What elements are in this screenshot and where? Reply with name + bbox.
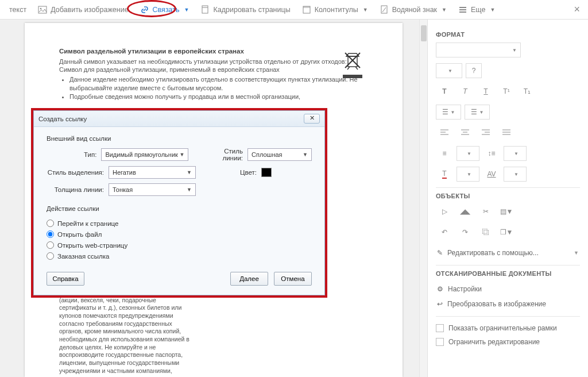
align-right-icon[interactable]	[477, 125, 494, 140]
align-center-icon[interactable]	[457, 125, 474, 140]
next-button[interactable]: Далее	[230, 272, 268, 286]
subscript-icon[interactable]: T₁	[519, 84, 536, 99]
svg-rect-7	[459, 7, 466, 8]
close-icon[interactable]: ×	[570, 3, 583, 16]
section-appearance: Внешний вид ссылки	[47, 135, 312, 142]
tool-crop[interactable]: Кадрировать страницы	[196, 3, 295, 17]
char-spacing-value[interactable]: ▼	[504, 167, 527, 182]
label-color: Цвет:	[215, 169, 257, 176]
crop-icon	[200, 5, 210, 14]
dialog-close-button[interactable]: ✕	[304, 114, 320, 124]
radio-open-web[interactable]: Открыть web-страницу	[47, 240, 312, 251]
label-type: Тип:	[47, 151, 96, 158]
text-color-combo[interactable]: ▼	[457, 167, 479, 182]
arrow-tool-icon[interactable]: ▷	[436, 204, 453, 219]
label-thickness: Толщина линии:	[47, 186, 104, 193]
combo-linestyle[interactable]: Сплошная▼	[247, 148, 312, 161]
tool-watermark[interactable]: Водяной знак▼	[375, 3, 451, 17]
font-size-combo[interactable]: ▼	[436, 63, 462, 78]
label-linestyle: Стиль линии:	[207, 148, 243, 161]
char-spacing-icon[interactable]: AV	[483, 167, 500, 182]
bullet-list-combo[interactable]: ☰▼	[436, 105, 461, 120]
svg-line-12	[355, 67, 358, 70]
italic-icon[interactable]: T	[457, 84, 474, 99]
format-heading: ФОРМАТ	[436, 31, 580, 38]
radio-custom[interactable]: Заказная ссылка	[47, 251, 312, 261]
doc-text: Данный символ указывает на необходимость…	[59, 57, 368, 66]
gear-icon: ⚙	[437, 285, 443, 293]
align-left-icon[interactable]	[436, 125, 453, 140]
rotate-left-icon[interactable]: ↶	[436, 225, 453, 240]
help-button[interactable]: Справка	[47, 272, 84, 286]
combo-thickness[interactable]: Тонкая▼	[109, 183, 196, 196]
doc-text: Символ для раздельной утилизации, примен…	[59, 66, 368, 74]
radio-group-action: Перейти к странице Открыть файл Открыть …	[47, 218, 312, 261]
paragraph-spacing-value[interactable]: ▼	[504, 146, 527, 161]
line-spacing-icon[interactable]: ≡	[436, 146, 453, 161]
flip-icon[interactable]: ◢◣	[457, 204, 474, 219]
dialog-title: Создать ссылку	[38, 116, 304, 122]
align-justify-icon[interactable]	[498, 125, 515, 140]
tool-headers[interactable]: Колонтитулы▼	[297, 3, 373, 17]
show-bounds-checkbox[interactable]: Показать ограничительные рамки	[436, 321, 580, 335]
superscript-icon[interactable]: T¹	[498, 84, 515, 99]
label-highlight: Стиль выделения:	[47, 169, 104, 176]
layers-icon[interactable]: ❐▼	[498, 225, 515, 240]
font-family-combo[interactable]: ▼	[436, 43, 521, 57]
paragraph-spacing-icon[interactable]: ↕≡	[483, 146, 500, 161]
tool-text[interactable]: текст	[5, 3, 31, 16]
tool-more[interactable]: Еще▼	[454, 3, 500, 17]
svg-line-11	[347, 67, 350, 70]
color-swatch[interactable]	[261, 168, 272, 177]
watermark-icon	[380, 5, 389, 14]
edit-with-item[interactable]: ✎ Редактировать с помощью... ▼	[436, 245, 580, 260]
crop-object-icon[interactable]: ✂	[477, 204, 494, 219]
chevron-down-icon: ▼	[363, 7, 368, 13]
weee-symbol	[343, 51, 368, 78]
svg-line-6	[382, 7, 386, 12]
restrict-edit-checkbox[interactable]: Ограничить редактирование	[436, 335, 580, 349]
svg-rect-8	[459, 9, 466, 10]
cancel-button[interactable]: Отмена	[274, 272, 312, 286]
right-sidebar: ФОРМАТ ▼ ▼ ? T T T T¹ T₁ ☰▼ ☰▼ ≡ ▼ ↕≡	[427, 20, 588, 377]
radio-goto-page[interactable]: Перейти к странице	[47, 218, 312, 229]
help-button-small[interactable]: ?	[466, 63, 482, 78]
convert-to-image-item[interactable]: ↩ Преобразовать в изображение	[436, 297, 580, 311]
doc-lower-text: (акции, векселя, чеки, подарочные сертиф…	[59, 297, 191, 377]
create-link-dialog: Создать ссылку ✕ Внешний вид ссылки Тип:…	[33, 110, 325, 295]
vertical-scrollbar[interactable]	[419, 20, 427, 377]
chevron-down-icon: ▼	[442, 7, 447, 13]
headers-icon	[302, 5, 311, 14]
line-spacing-value[interactable]: ▼	[457, 146, 479, 161]
doc-list: Данное изделие необходимо утилизировать …	[59, 75, 368, 101]
objects-heading: ОБЪЕКТЫ	[436, 193, 580, 199]
rotate-right-icon[interactable]: ↷	[457, 225, 474, 240]
radio-open-file[interactable]: Открыть файл	[47, 229, 312, 240]
scanned-heading: ОТСКАНИРОВАННЫЕ ДОКУМЕНТЫ	[436, 270, 580, 277]
tool-add-image[interactable]: Добавить изображение	[33, 3, 133, 17]
undo-icon: ↩	[437, 300, 443, 308]
text-color-icon[interactable]: T	[436, 167, 453, 182]
underline-icon[interactable]: T	[477, 84, 494, 99]
chevron-down-icon: ▼	[490, 7, 495, 13]
chevron-down-icon: ▼	[184, 7, 189, 13]
link-icon	[140, 5, 149, 14]
tool-link[interactable]: Связать▼	[136, 3, 194, 17]
dialog-titlebar: Создать ссылку ✕	[34, 111, 324, 127]
document-area: Символ раздельной утилизации в европейск…	[0, 20, 427, 377]
numbered-list-combo[interactable]: ☰▼	[465, 105, 490, 120]
svg-point-1	[40, 7, 42, 9]
bold-icon[interactable]: T	[436, 84, 453, 99]
doc-heading: Символ раздельной утилизации в европейск…	[59, 47, 368, 56]
svg-rect-2	[202, 6, 208, 13]
section-action: Действие ссылки	[47, 205, 312, 212]
combo-type[interactable]: Видимый прямоугольник▼	[101, 148, 188, 161]
combo-highlight[interactable]: Негатив▼	[109, 166, 196, 179]
svg-rect-9	[459, 11, 466, 13]
pencil-icon: ✎	[437, 249, 443, 257]
arrange-icon[interactable]: ▤▼	[498, 204, 515, 219]
top-toolbar: текст Добавить изображение Связать▼ Кадр…	[0, 0, 588, 20]
group-icon[interactable]: ⿻	[477, 225, 494, 240]
settings-item[interactable]: ⚙ Настройки	[436, 282, 580, 297]
image-icon	[38, 5, 47, 14]
